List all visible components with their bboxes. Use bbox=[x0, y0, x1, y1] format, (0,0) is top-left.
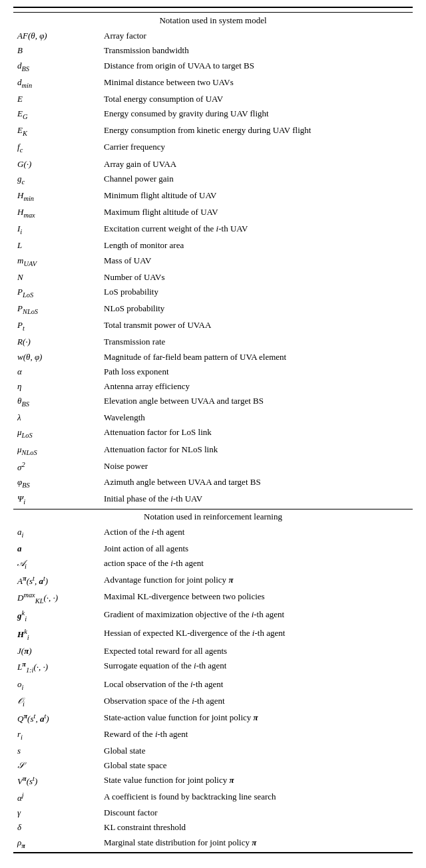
table-row: δKL constraint threshold bbox=[13, 820, 413, 835]
notation-cell: EG bbox=[13, 106, 100, 123]
notation-cell: δ bbox=[13, 820, 100, 835]
table-row: w(θ, φ)Magnitude of far-field beam patte… bbox=[13, 350, 413, 364]
table-row: PNLoSNLoS probability bbox=[13, 301, 413, 318]
table-row: σ2Noise power bbox=[13, 459, 413, 476]
definition-cell: Channel power gain bbox=[100, 172, 413, 188]
notation-cell: Ii bbox=[13, 221, 100, 238]
notation-cell: μNLoS bbox=[13, 442, 100, 459]
col-header-definition bbox=[100, 7, 413, 13]
table-row: HmaxMaximum flight altitude of UAV bbox=[13, 205, 413, 221]
table-row: AF(θ, φ)Array factor bbox=[13, 29, 413, 43]
table-row: HminMinimum flight altitude of UAV bbox=[13, 188, 413, 205]
table-row: γDiscount factor bbox=[13, 805, 413, 820]
notation-cell: G(·) bbox=[13, 157, 100, 172]
notation-cell: ai bbox=[13, 525, 100, 541]
definition-cell: NLoS probability bbox=[100, 301, 413, 318]
definition-cell: Mass of UAV bbox=[100, 253, 413, 270]
table-row: DmaxKL(·, ·)Maximal KL-divergence betwee… bbox=[13, 589, 413, 607]
table-row: NNumber of UAVs bbox=[13, 270, 413, 285]
notation-cell: λ bbox=[13, 410, 100, 425]
definition-cell: Antenna array efficiency bbox=[100, 379, 413, 394]
table-row: ρπMarginal state distribution for joint … bbox=[13, 835, 413, 853]
table-row: aiAction of the i-th agent bbox=[13, 525, 413, 541]
definition-cell: Excitation current weight of the i-th UA… bbox=[100, 221, 413, 238]
notation-cell: gki bbox=[13, 607, 100, 625]
table-row: dBSDistance from origin of UVAA to targe… bbox=[13, 59, 413, 75]
definition-cell: Minimum flight altitude of UAV bbox=[100, 188, 413, 205]
definition-cell: A coefficient is found by backtracking l… bbox=[100, 790, 413, 806]
table-row: J(π)Expected total reward for all agents bbox=[13, 644, 413, 658]
definition-cell: Surrogate equation of the i-th agent bbox=[100, 658, 413, 676]
table-row: aJoint action of all agents bbox=[13, 541, 413, 556]
table-row: oiLocal observation of the i-th agent bbox=[13, 677, 413, 694]
notation-cell: Hmin bbox=[13, 188, 100, 205]
table-row: Aπ(st, at)Advantage function for joint p… bbox=[13, 573, 413, 589]
definition-cell: Array factor bbox=[100, 29, 413, 43]
table-row: mUAVMass of UAV bbox=[13, 253, 413, 270]
notation-cell: 𝒪i bbox=[13, 694, 100, 710]
definition-cell: KL constraint threshold bbox=[100, 820, 413, 835]
notation-cell: EK bbox=[13, 123, 100, 140]
notation-cell: Pt bbox=[13, 318, 100, 335]
section-system-header: Notation used in system model bbox=[13, 13, 413, 29]
definition-cell: Local observation of the i-th agent bbox=[100, 677, 413, 694]
definition-cell: Elevation angle between UVAA and target … bbox=[100, 394, 413, 410]
definition-cell: Noise power bbox=[100, 459, 413, 476]
definition-cell: Azimuth angle between UVAA and target BS bbox=[100, 475, 413, 492]
notation-cell: dBS bbox=[13, 59, 100, 75]
notation-cell: Vπ(st) bbox=[13, 773, 100, 790]
definition-cell: Initial phase of the i-th UAV bbox=[100, 492, 413, 509]
definition-cell: Total transmit power of UVAA bbox=[100, 318, 413, 335]
notation-cell: N bbox=[13, 270, 100, 285]
definition-cell: Joint action of all agents bbox=[100, 541, 413, 556]
table-row: ΨiInitial phase of the i-th UAV bbox=[13, 492, 413, 509]
definition-cell: State-action value function for joint po… bbox=[100, 710, 413, 727]
notation-cell: oi bbox=[13, 677, 100, 694]
notation-cell: Lπ1:i(·, ·) bbox=[13, 658, 100, 676]
table-row: gcChannel power gain bbox=[13, 172, 413, 188]
definition-cell: LoS probability bbox=[100, 285, 413, 301]
notation-cell: a bbox=[13, 541, 100, 556]
table-row: φBSAzimuth angle between UVAA and target… bbox=[13, 475, 413, 492]
notation-cell: E bbox=[13, 92, 100, 106]
notation-cell: PNLoS bbox=[13, 301, 100, 318]
notation-cell: γ bbox=[13, 805, 100, 820]
notation-cell: Ψi bbox=[13, 492, 100, 509]
notation-cell: fc bbox=[13, 140, 100, 156]
table-row: gkiGradient of maximization objective of… bbox=[13, 607, 413, 625]
definition-cell: Attenuation factor for LoS link bbox=[100, 425, 413, 442]
notation-cell: αj bbox=[13, 790, 100, 806]
definition-cell: Marginal state distribution for joint po… bbox=[100, 835, 413, 853]
table-row: αPath loss exponent bbox=[13, 364, 413, 379]
definition-cell: Hessian of expected KL-divergence of the… bbox=[100, 626, 413, 644]
definition-cell: Total energy consumption of UAV bbox=[100, 92, 413, 106]
definition-cell: Advantage function for joint policy π bbox=[100, 573, 413, 589]
notation-cell: α bbox=[13, 364, 100, 379]
notation-cell: ri bbox=[13, 727, 100, 744]
notation-cell: 𝒮 bbox=[13, 758, 100, 773]
table-row: PtTotal transmit power of UVAA bbox=[13, 318, 413, 335]
notation-cell: gc bbox=[13, 172, 100, 188]
definition-cell: Global state space bbox=[100, 758, 413, 773]
definition-cell: Minimal distance between two UAVs bbox=[100, 75, 413, 92]
notation-cell: ρπ bbox=[13, 835, 100, 853]
notation-cell: Aπ(st, at) bbox=[13, 573, 100, 589]
table-row: μNLoSAttenuation factor for NLoS link bbox=[13, 442, 413, 459]
table-row: 𝒪iObservation space of the i-th agent bbox=[13, 694, 413, 710]
definition-cell: Energy consumption from kinetic energy d… bbox=[100, 123, 413, 140]
table-row: LLength of monitor area bbox=[13, 238, 413, 253]
notation-cell: mUAV bbox=[13, 253, 100, 270]
table-row: PLoSLoS probability bbox=[13, 285, 413, 301]
definition-cell: Array gain of UVAA bbox=[100, 157, 413, 172]
table-row: Lπ1:i(·, ·)Surrogate equation of the i-t… bbox=[13, 658, 413, 676]
definition-cell: Magnitude of far-field beam pattern of U… bbox=[100, 350, 413, 364]
table-row: λWavelength bbox=[13, 410, 413, 425]
definition-cell: Maximal KL-divergence between two polici… bbox=[100, 589, 413, 607]
table-row: R(·)Transmission rate bbox=[13, 335, 413, 349]
definition-cell: Gradient of maximization objective of th… bbox=[100, 607, 413, 625]
definition-cell: Transmission rate bbox=[100, 335, 413, 349]
section-rl-header: Notation used in reinforcement learning bbox=[13, 509, 413, 525]
notation-cell: B bbox=[13, 43, 100, 58]
definition-cell: Length of monitor area bbox=[100, 238, 413, 253]
table-row: θBSElevation angle between UVAA and targ… bbox=[13, 394, 413, 410]
